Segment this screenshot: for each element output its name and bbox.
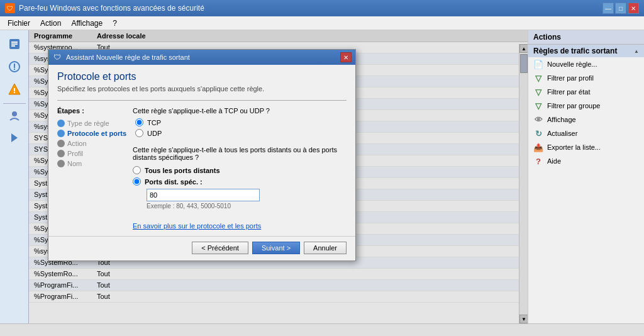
- refresh-icon: ↻: [533, 128, 543, 138]
- cancel-button[interactable]: Annuler: [304, 242, 347, 254]
- right-action-export[interactable]: 📤Exporter la liste...: [528, 140, 644, 154]
- step-protocole[interactable]: Protocole et ports: [57, 128, 133, 138]
- action-label: Filtrer par groupe: [547, 102, 600, 109]
- step-type-regle[interactable]: Type de règle: [57, 118, 133, 128]
- right-section-title: Règles de trafic sortant ▲: [528, 45, 644, 57]
- dialog-subtitle: Spécifiez les protocoles et les ports au…: [57, 85, 347, 92]
- minimize-button[interactable]: —: [602, 3, 614, 14]
- scroll-down-btn[interactable]: ▼: [519, 315, 528, 323]
- main-window: 🛡 Pare-feu Windows avec fonctions avancé…: [0, 0, 644, 336]
- cell-program: %SystemRo...: [34, 270, 97, 278]
- radio-specific-ports[interactable]: [133, 177, 141, 186]
- sidebar-forward-icon[interactable]: [4, 128, 25, 148]
- help-icon: ?: [533, 156, 543, 166]
- table-row[interactable]: %ProgramFi...Tout: [29, 291, 528, 303]
- window-title: Pare-feu Windows avec fonctions avancées…: [19, 4, 204, 13]
- window-close-button[interactable]: ✕: [628, 3, 639, 14]
- main-content: Programme Adresse locale %systemroo...To…: [0, 30, 644, 323]
- sidebar-icon-3[interactable]: [4, 79, 25, 99]
- scroll-up-btn[interactable]: ▲: [519, 44, 528, 53]
- title-bar: 🛡 Pare-feu Windows avec fonctions avancé…: [0, 0, 644, 16]
- dialog-app-icon: 🛡: [52, 52, 62, 62]
- scroll-thumb[interactable]: [520, 54, 528, 73]
- step-label-5: Nom: [67, 160, 82, 167]
- app-icon: 🛡: [5, 3, 15, 13]
- action-label: Affichage: [547, 116, 576, 123]
- sidebar-icon-4[interactable]: [4, 105, 25, 125]
- right-action-refresh[interactable]: ↻Actualiser: [528, 126, 644, 140]
- filter-icon: ▽: [533, 73, 543, 83]
- menu-help[interactable]: ?: [108, 18, 122, 29]
- status-bar: [0, 323, 644, 336]
- question-tcp-udp: Cette règle s'applique-t-elle à TCP ou U…: [133, 107, 347, 115]
- cell-addr: Tout: [97, 281, 160, 289]
- ports-section: Cette règle s'applique-t-elle à tous les…: [133, 146, 347, 210]
- radio-all-ports[interactable]: [133, 166, 141, 174]
- right-action-filter[interactable]: ▽Filtrer par groupe: [528, 99, 644, 113]
- step-label-4: Profil: [67, 150, 83, 157]
- steps-title: Étapes :: [57, 107, 133, 115]
- back-button[interactable]: < Précédent: [192, 242, 248, 254]
- steps-panel: Étapes : Type de règle Protocole et port…: [57, 107, 133, 230]
- step-nom[interactable]: Nom: [57, 159, 133, 169]
- next-button[interactable]: Suivant >: [252, 242, 300, 254]
- menu-action[interactable]: Action: [35, 18, 66, 29]
- filter-icon: ▽: [533, 87, 543, 97]
- port-input-row: [147, 189, 347, 201]
- dialog[interactable]: 🛡 Assistant Nouvelle règle de trafic sor…: [48, 49, 356, 261]
- dialog-separator: [57, 100, 347, 101]
- step-dot-4: [57, 150, 65, 157]
- radio-tcp-row: TCP: [135, 118, 347, 126]
- menu-bar: Fichier Action Affichage ?: [0, 16, 644, 30]
- action-label: Exporter la liste...: [547, 143, 601, 151]
- right-panel: Actions Règles de trafic sortant ▲ 📄Nouv…: [528, 30, 644, 323]
- action-label: Actualiser: [547, 130, 577, 137]
- port-input[interactable]: [147, 189, 260, 201]
- radio-tcp[interactable]: [135, 118, 143, 126]
- menu-fichier[interactable]: Fichier: [3, 18, 35, 29]
- table-scrollbar[interactable]: ▲ ▼: [519, 44, 528, 323]
- maximize-button[interactable]: □: [615, 3, 626, 14]
- table-row[interactable]: %ProgramFi...Tout: [29, 280, 528, 291]
- right-action-view[interactable]: 👁Affichage: [528, 113, 644, 126]
- sidebar-icon-2[interactable]: [4, 57, 25, 77]
- col-program: Programme: [34, 32, 97, 40]
- menu-affichage[interactable]: Affichage: [66, 18, 108, 29]
- cell-program: %ProgramFi...: [34, 281, 97, 289]
- step-dot-5: [57, 160, 65, 167]
- step-profil[interactable]: Profil: [57, 148, 133, 159]
- dialog-content: Protocole et ports Spécifiez les protoco…: [48, 65, 355, 236]
- sidebar: [0, 30, 29, 323]
- radio-tcp-label: TCP: [147, 119, 161, 126]
- port-example: Exemple : 80, 443, 5000-5010: [147, 203, 347, 210]
- cell-program: %ProgramFi...: [34, 293, 97, 301]
- radio-all-ports-label: Tous les ports distants: [145, 167, 220, 174]
- sidebar-icon-1[interactable]: [4, 34, 25, 54]
- step-label-3: Action: [67, 140, 87, 147]
- dialog-close-button[interactable]: ✕: [340, 52, 352, 62]
- cell-addr: Tout: [97, 293, 160, 301]
- right-action-new-rule[interactable]: 📄Nouvelle règle...: [528, 57, 644, 71]
- svg-rect-6: [14, 69, 15, 70]
- cell-addr: Tout: [97, 270, 160, 278]
- step-action[interactable]: Action: [57, 138, 133, 148]
- step-dot-2: [57, 130, 65, 137]
- filter-icon: ▽: [533, 101, 543, 111]
- learn-more-link[interactable]: En savoir plus sur le protocole et les p…: [133, 222, 347, 230]
- section-chevron: ▲: [634, 48, 639, 54]
- dialog-footer: < Précédent Suivant > Annuler: [48, 236, 355, 260]
- svg-rect-9: [14, 92, 15, 93]
- right-action-filter[interactable]: ▽Filtrer par état: [528, 85, 644, 99]
- right-action-help[interactable]: ?Aide: [528, 154, 644, 168]
- right-action-filter[interactable]: ▽Filtrer par profil: [528, 71, 644, 85]
- view-icon: 👁: [533, 115, 543, 125]
- dialog-titlebar-left: 🛡 Assistant Nouvelle règle de trafic sor…: [52, 52, 190, 62]
- title-bar-left: 🛡 Pare-feu Windows avec fonctions avancé…: [5, 3, 204, 13]
- tcp-udp-group: TCP UDP: [135, 118, 347, 137]
- scroll-track[interactable]: [519, 53, 528, 315]
- table-row[interactable]: %SystemRo...Tout: [29, 269, 528, 280]
- radio-specific-ports-label: Ports dist. spéc. :: [145, 178, 203, 186]
- action-label: Aide: [547, 157, 561, 165]
- step-dot-3: [57, 140, 65, 147]
- radio-udp[interactable]: [135, 129, 143, 137]
